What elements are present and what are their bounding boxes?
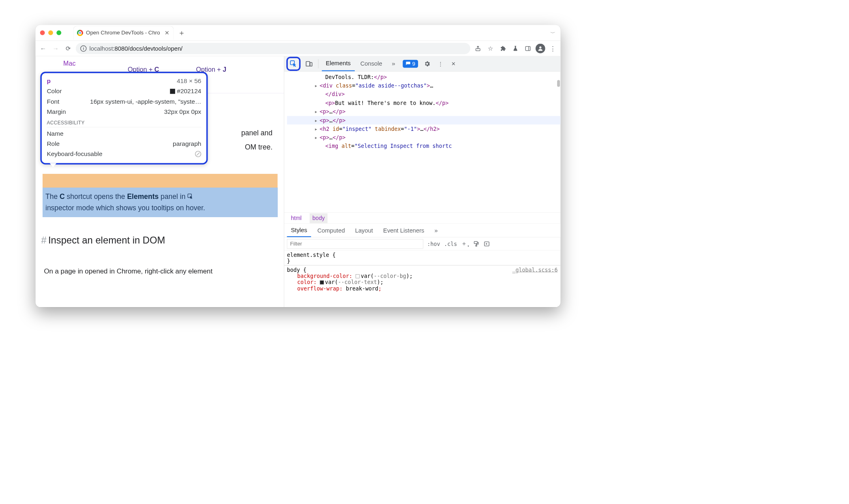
section-heading: #Inspect an element in DOM [36, 235, 284, 246]
computed-sidebar-icon[interactable] [484, 241, 490, 247]
css-var: --color-bg [374, 273, 406, 279]
toolbar: ← → ⟳ i localhost:8080/docs/devtools/ope… [36, 41, 561, 56]
minimize-window-button[interactable] [48, 30, 53, 35]
os-label: Mac [63, 60, 75, 67]
close-devtools-icon[interactable]: ✕ [448, 58, 459, 69]
svg-point-3 [539, 46, 541, 48]
paint-icon[interactable] [473, 241, 479, 247]
svg-rect-8 [474, 241, 477, 243]
element-tooltip: p 418 × 56 Color #202124 Font 16px syste… [40, 72, 208, 164]
dom-breadcrumbs: html body [284, 212, 561, 224]
body-paragraph: On a page in opened in Chrome, right-cli… [44, 267, 213, 275]
tooltip-font-label: Font [47, 98, 60, 105]
crumb-html[interactable]: html [288, 213, 304, 223]
crumb-body[interactable]: body [310, 213, 328, 223]
new-style-rule-icon[interactable]: ＋▾ [461, 239, 469, 248]
tab-layout[interactable]: Layout [351, 224, 377, 237]
styles-tabs: Styles Computed Layout Event Listeners » [284, 224, 561, 237]
tooltip-margin-value: 32px 0px 0px [164, 108, 202, 115]
settings-icon[interactable] [422, 58, 433, 69]
highlighted-paragraph[interactable]: The C shortcut opens the Elements panel … [43, 188, 278, 217]
sidepanel-icon[interactable] [523, 43, 533, 53]
tab-event-listeners[interactable]: Event Listeners [379, 224, 428, 237]
kebab-menu-icon[interactable]: ⋮ [548, 43, 558, 53]
labs-icon[interactable] [510, 43, 520, 53]
tooltip-role-label: Role [47, 140, 60, 147]
new-tab-button[interactable]: ＋ [178, 28, 185, 38]
tabs-menu-icon[interactable]: ﹀ [550, 30, 556, 35]
dom-tree[interactable]: DevTools. TLDR:</p> ▸<div class="aside a… [284, 71, 561, 212]
tooltip-dimensions: 418 × 56 [177, 77, 201, 85]
site-info-icon[interactable]: i [80, 45, 86, 51]
close-tab-icon[interactable]: ✕ [165, 30, 169, 36]
tooltip-name-label: Name [47, 130, 64, 137]
tab-elements[interactable]: Elements [322, 56, 355, 71]
tooltip-color-value: #202124 [170, 88, 202, 95]
device-toolbar-button[interactable] [303, 58, 315, 69]
back-button[interactable]: ← [39, 43, 48, 53]
tab-title: Open Chrome DevTools - Chro [86, 30, 160, 36]
tab-computed[interactable]: Computed [313, 224, 349, 237]
anchor-hash-icon[interactable]: # [41, 235, 47, 246]
window-controls [40, 30, 62, 35]
not-focusable-icon [195, 150, 201, 158]
tooltip-keyboard-label: Keyboard-focusable [47, 150, 103, 158]
tooltip-role-value: paragraph [173, 140, 201, 147]
dom-selected-line: ▸<p>…</p> [287, 116, 561, 124]
kebab-icon[interactable]: ⋮ [435, 58, 446, 69]
inspect-inline-icon [187, 193, 193, 199]
tab-console[interactable]: Console [356, 56, 386, 71]
svg-rect-1 [525, 46, 530, 50]
tooltip-accessibility-heading: Accessibility [47, 117, 202, 127]
tooltip-margin-label: Margin [47, 108, 66, 115]
styles-rules[interactable]: element.style { } body {_global.scss:6 b… [284, 250, 561, 307]
margin-overlay [43, 174, 278, 188]
cls-toggle[interactable]: .cls [444, 241, 457, 247]
svg-rect-7 [310, 62, 312, 66]
close-window-button[interactable] [40, 30, 45, 35]
devtools-toolbar: Elements Console » 9 ⋮ ✕ [284, 56, 561, 72]
source-link[interactable]: _global.scss:6 [512, 267, 557, 273]
bookmark-icon[interactable]: ☆ [486, 43, 495, 53]
reload-button[interactable]: ⟳ [63, 43, 73, 53]
url-text: localhost:8080/docs/devtools/open/ [90, 45, 183, 52]
styles-toolbar: :hov .cls ＋▾ [284, 237, 561, 250]
tab-styles[interactable]: Styles [287, 224, 311, 237]
browser-window: Open Chrome DevTools - Chro ✕ ＋ ﹀ ← → ⟳ … [36, 25, 561, 308]
more-styles-tabs-icon[interactable]: » [431, 224, 442, 237]
inspect-element-button[interactable] [286, 57, 300, 71]
more-tabs-icon[interactable]: » [388, 58, 399, 69]
address-bar[interactable]: i localhost:8080/docs/devtools/open/ [76, 43, 470, 54]
page-viewport: Mac Option + C Option + J panel and OM t… [36, 56, 284, 308]
tooltip-font-value: 16px system-ui, -apple-system, "syste… [90, 98, 201, 105]
content-area: Mac Option + C Option + J panel and OM t… [36, 56, 561, 308]
styles-filter-input[interactable] [287, 239, 423, 249]
tooltip-color-label: Color [47, 88, 62, 95]
chrome-logo-icon [77, 30, 83, 36]
hov-toggle[interactable]: :hov [427, 241, 440, 247]
extensions-icon[interactable] [498, 43, 508, 53]
devtools-panel: Elements Console » 9 ⋮ ✕ DevTools. TLDR:… [284, 56, 561, 308]
forward-button[interactable]: → [51, 43, 60, 53]
browser-tab[interactable]: Open Chrome DevTools - Chro ✕ [73, 26, 174, 40]
svg-rect-6 [306, 61, 310, 66]
profile-avatar[interactable] [536, 43, 545, 53]
fullscreen-window-button[interactable] [56, 30, 61, 35]
issues-badge[interactable]: 9 [403, 60, 418, 68]
titlebar: Open Chrome DevTools - Chro ✕ ＋ ﹀ [36, 25, 561, 41]
tooltip-selector: p [47, 77, 51, 85]
share-icon[interactable] [473, 43, 483, 53]
svg-rect-9 [476, 245, 477, 246]
